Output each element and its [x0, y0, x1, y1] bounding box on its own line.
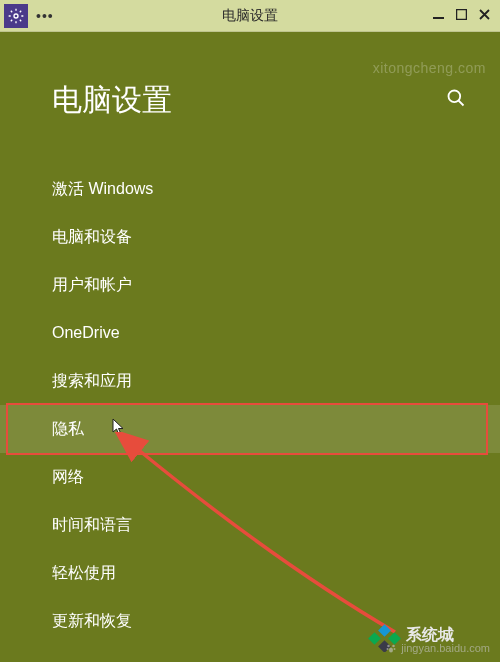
nav-item-label: 时间和语言 — [52, 515, 132, 536]
nav-item-8[interactable]: 轻松使用 — [0, 549, 500, 597]
nav-item-0[interactable]: 激活 Windows — [0, 165, 500, 213]
watermark-bottom: jingyan.baidu.com — [385, 642, 490, 654]
close-button[interactable] — [479, 8, 490, 23]
svg-rect-6 — [368, 632, 381, 645]
window-controls — [433, 8, 496, 23]
window-title: 电脑设置 — [222, 7, 278, 25]
nav-item-3[interactable]: OneDrive — [0, 309, 500, 357]
nav-item-2[interactable]: 用户和帐户 — [0, 261, 500, 309]
watermark-top: xitongcheng.com — [373, 60, 486, 76]
svg-point-0 — [14, 14, 18, 18]
cursor-icon — [112, 418, 126, 440]
svg-point-14 — [394, 648, 396, 650]
watermark-bottom-text: jingyan.baidu.com — [401, 642, 490, 654]
page-header: 电脑设置 — [0, 32, 500, 121]
svg-point-12 — [393, 645, 396, 648]
svg-point-15 — [389, 648, 393, 653]
svg-rect-7 — [378, 624, 391, 637]
svg-point-11 — [388, 645, 391, 648]
maximize-button[interactable] — [456, 8, 467, 23]
titlebar-left: ••• — [4, 4, 54, 28]
nav-item-label: 更新和恢复 — [52, 611, 132, 632]
search-icon[interactable] — [446, 88, 466, 113]
page-title: 电脑设置 — [52, 80, 172, 121]
nav-item-5[interactable]: 隐私 — [0, 405, 500, 453]
svg-point-3 — [449, 91, 461, 103]
nav-item-label: OneDrive — [52, 324, 120, 342]
paw-icon — [385, 642, 397, 654]
nav-item-label: 隐私 — [52, 419, 84, 440]
menu-dots[interactable]: ••• — [32, 8, 54, 24]
nav-item-6[interactable]: 网络 — [0, 453, 500, 501]
nav-item-label: 激活 Windows — [52, 179, 153, 200]
nav-item-label: 用户和帐户 — [52, 275, 132, 296]
nav-item-label: 电脑和设备 — [52, 227, 132, 248]
svg-text:系统城: 系统城 — [405, 626, 454, 643]
nav-item-label: 轻松使用 — [52, 563, 116, 584]
svg-line-4 — [459, 101, 464, 106]
svg-rect-2 — [457, 10, 467, 20]
gear-icon[interactable] — [4, 4, 28, 28]
nav-item-7[interactable]: 时间和语言 — [0, 501, 500, 549]
svg-rect-1 — [433, 17, 444, 19]
svg-point-13 — [387, 648, 389, 650]
nav-item-label: 网络 — [52, 467, 84, 488]
minimize-button[interactable] — [433, 8, 444, 23]
titlebar: ••• 电脑设置 — [0, 0, 500, 32]
nav-item-label: 搜索和应用 — [52, 371, 132, 392]
settings-nav: 激活 Windows电脑和设备用户和帐户OneDrive搜索和应用隐私网络时间和… — [0, 165, 500, 645]
nav-item-4[interactable]: 搜索和应用 — [0, 357, 500, 405]
nav-item-1[interactable]: 电脑和设备 — [0, 213, 500, 261]
